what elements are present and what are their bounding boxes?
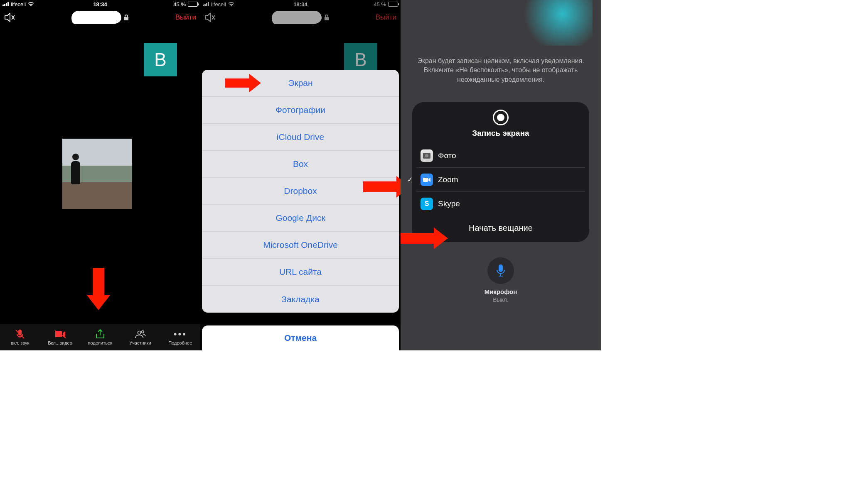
video-area: B (0, 27, 200, 324)
share-icon (94, 329, 106, 340)
broadcast-picker-panel: Запись экрана Фото ✓ Zoom S Skype Начать… (412, 102, 589, 242)
svg-rect-2 (423, 178, 428, 182)
broadcast-title: Запись экрана (412, 129, 589, 138)
carrier-label: lifecell (11, 1, 26, 7)
zoom-meeting-screen: lifecell 18:34 45 % Выйти B (0, 0, 200, 350)
meeting-title-redacted (71, 11, 121, 24)
share-option-google-drive[interactable]: Google Диск (202, 205, 399, 232)
share-option-url[interactable]: URL сайта (202, 259, 399, 286)
microphone-label: Микрофон (401, 288, 601, 295)
recording-notice-text: Экран будет записан целиком, включая уве… (417, 56, 584, 84)
photo-app-icon (421, 149, 433, 162)
participant-avatar-tile[interactable]: B (144, 43, 177, 76)
lock-icon (124, 15, 129, 20)
share-option-bookmark[interactable]: Закладка (202, 286, 399, 313)
cancel-button[interactable]: Отмена (202, 325, 399, 350)
broadcast-app-photo[interactable]: Фото (416, 144, 585, 168)
start-broadcast-button[interactable]: Начать вещание (412, 223, 589, 233)
record-icon (493, 110, 509, 125)
leave-button[interactable]: Выйти (175, 13, 196, 22)
glow-decoration (518, 0, 593, 46)
wifi-icon (28, 2, 34, 7)
unmute-button[interactable]: вкл. звук (0, 324, 40, 350)
microphone-status: Выкл. (401, 296, 601, 303)
zoom-app-icon (421, 174, 433, 186)
skype-app-icon: S (421, 198, 433, 210)
share-action-sheet: Экран Фотографии iCloud Drive Box Dropbo… (202, 70, 399, 313)
battery-icon (188, 2, 198, 7)
clock: 18:34 (93, 1, 107, 7)
more-button[interactable]: ••• Подробнее (160, 324, 200, 350)
signal-icon (2, 2, 9, 6)
meeting-toolbar: вкл. звук Вкл...видео поделиться Участни… (0, 324, 200, 350)
svg-point-1 (425, 154, 428, 157)
more-icon: ••• (175, 329, 186, 340)
mic-off-icon (14, 329, 26, 340)
broadcast-app-zoom[interactable]: ✓ Zoom (416, 168, 585, 192)
camera-off-icon (54, 329, 66, 340)
self-video-tile[interactable] (62, 139, 132, 209)
speaker-mute-icon[interactable] (4, 13, 15, 22)
battery-percent: 45 % (173, 1, 186, 7)
status-bar: lifecell 18:34 45 % (0, 0, 200, 8)
share-button[interactable]: поделиться (80, 324, 120, 350)
share-option-screen[interactable]: Экран (202, 70, 399, 97)
microphone-toggle[interactable] (487, 257, 514, 284)
share-option-onedrive[interactable]: Microsoft OneDrive (202, 232, 399, 259)
meeting-top-bar: Выйти (0, 8, 200, 27)
share-option-photos[interactable]: Фотографии (202, 97, 399, 124)
share-option-icloud[interactable]: iCloud Drive (202, 124, 399, 151)
participants-icon (134, 329, 146, 340)
participants-button[interactable]: Участники (120, 324, 160, 350)
share-option-dropbox[interactable]: Dropbox (202, 178, 399, 205)
share-options-screen: lifecell 18:34 45 % Выйти B вкл. звук Вк… (200, 0, 401, 350)
microphone-icon (495, 264, 506, 278)
start-video-button[interactable]: Вкл...видео (40, 324, 80, 350)
checkmark-icon: ✓ (407, 176, 413, 183)
broadcast-app-skype[interactable]: S Skype (416, 192, 585, 216)
screen-recording-broadcast-screen: Экран будет записан целиком, включая уве… (401, 0, 601, 350)
share-option-box[interactable]: Box (202, 151, 399, 178)
